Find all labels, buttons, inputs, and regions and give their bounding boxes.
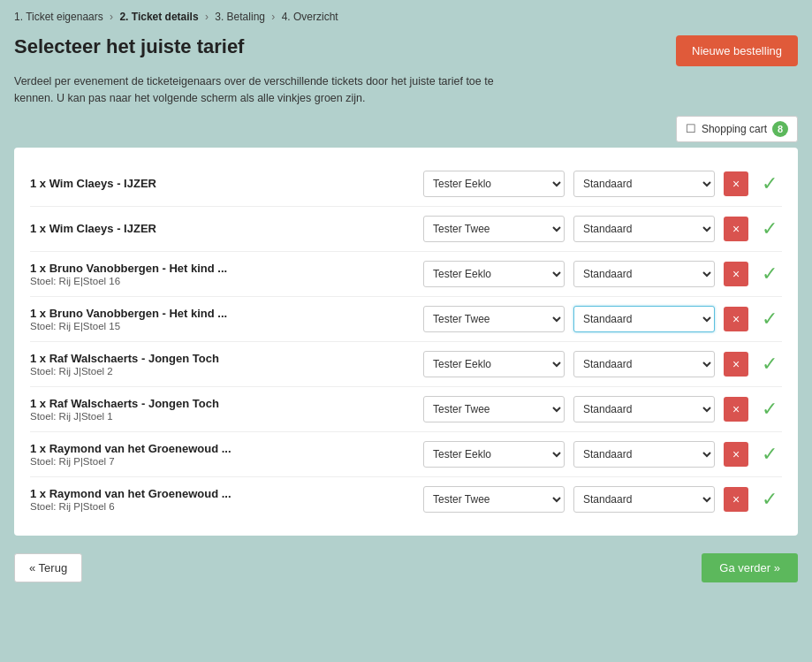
tariff-dropdown[interactable]: Standaard: [573, 396, 715, 422]
remove-ticket-button[interactable]: ×: [724, 262, 748, 286]
breadcrumb-step-2: 2. Ticket details: [119, 11, 198, 23]
ticket-list-panel: 1 x Wim Claeys - IJZERTester EekloTester…: [14, 148, 798, 536]
tariff-dropdown[interactable]: Standaard: [573, 216, 715, 242]
tariff-dropdown[interactable]: Standaard: [573, 306, 715, 332]
ticket-seat: Stoel: Rij E|Stoel 16: [30, 276, 260, 286]
ticket-checkmark: ✓: [757, 488, 782, 511]
page-title: Selecteer het juiste tarief: [14, 35, 244, 58]
ticket-checkmark: ✓: [757, 172, 782, 195]
person-dropdown[interactable]: Tester EekloTester Twee: [423, 441, 565, 468]
ticket-controls: Tester EekloTester TweeStandaard×✓: [270, 486, 782, 513]
ticket-info: 1 x Wim Claeys - IJZER: [30, 222, 260, 235]
ticket-info: 1 x Raymond van het Groenewoud ...Stoel:…: [30, 442, 260, 467]
ticket-row: 1 x Raymond van het Groenewoud ...Stoel:…: [30, 432, 782, 477]
continue-button[interactable]: Ga verder »: [702, 553, 798, 582]
person-dropdown[interactable]: Tester EekloTester Twee: [423, 396, 565, 422]
ticket-row: 1 x Raf Walschaerts - Jongen TochStoel: …: [30, 342, 782, 387]
ticket-controls: Tester EekloTester TweeStandaard×✓: [270, 261, 782, 287]
ticket-name: 1 x Raf Walschaerts - Jongen Toch: [30, 397, 260, 410]
person-dropdown[interactable]: Tester EekloTester Twee: [423, 306, 565, 332]
ticket-info: 1 x Raf Walschaerts - Jongen TochStoel: …: [30, 397, 260, 422]
breadcrumb: 1. Ticket eigenaars › 2. Ticket details …: [14, 11, 798, 23]
shopping-cart-label: Shopping cart: [702, 123, 767, 135]
cart-icon: ☐: [686, 122, 696, 135]
person-dropdown[interactable]: Tester EekloTester Twee: [423, 261, 565, 287]
breadcrumb-step-4: 4. Overzicht: [282, 11, 338, 23]
remove-ticket-button[interactable]: ×: [724, 487, 748, 512]
ticket-controls: Tester EekloTester TweeStandaard×✓: [270, 171, 782, 197]
remove-ticket-button[interactable]: ×: [724, 352, 748, 377]
ticket-checkmark: ✓: [757, 217, 782, 240]
remove-ticket-button[interactable]: ×: [724, 397, 748, 422]
ticket-row: 1 x Wim Claeys - IJZERTester EekloTester…: [30, 162, 782, 207]
ticket-seat: Stoel: Rij J|Stoel 1: [30, 411, 260, 422]
ticket-row: 1 x Raf Walschaerts - Jongen TochStoel: …: [30, 387, 782, 432]
ticket-name: 1 x Wim Claeys - IJZER: [30, 177, 260, 190]
page-description: Verdeel per evenement de ticketeigenaars…: [14, 73, 527, 107]
ticket-info: 1 x Raf Walschaerts - Jongen TochStoel: …: [30, 352, 260, 377]
ticket-name: 1 x Wim Claeys - IJZER: [30, 222, 260, 235]
ticket-row: 1 x Bruno Vanobbergen - Het kind ...Stoe…: [30, 297, 782, 342]
ticket-name: 1 x Bruno Vanobbergen - Het kind ...: [30, 262, 260, 275]
shopping-cart-button[interactable]: ☐ Shopping cart 8: [676, 116, 798, 142]
breadcrumb-step-1: 1. Ticket eigenaars: [14, 11, 103, 23]
ticket-seat: Stoel: Rij J|Stoel 2: [30, 366, 260, 377]
ticket-name: 1 x Bruno Vanobbergen - Het kind ...: [30, 307, 260, 320]
remove-ticket-button[interactable]: ×: [724, 442, 748, 467]
tariff-dropdown[interactable]: Standaard: [573, 261, 715, 287]
ticket-controls: Tester EekloTester TweeStandaard×✓: [270, 396, 782, 422]
ticket-info: 1 x Wim Claeys - IJZER: [30, 177, 260, 190]
ticket-name: 1 x Raymond van het Groenewoud ...: [30, 487, 260, 500]
ticket-seat: Stoel: Rij P|Stoel 6: [30, 501, 260, 512]
ticket-seat: Stoel: Rij E|Stoel 15: [30, 321, 260, 331]
ticket-info: 1 x Raymond van het Groenewoud ...Stoel:…: [30, 487, 260, 512]
ticket-row: 1 x Wim Claeys - IJZERTester EekloTester…: [30, 207, 782, 252]
ticket-checkmark: ✓: [757, 398, 782, 421]
ticket-checkmark: ✓: [757, 263, 782, 285]
new-order-button[interactable]: Nieuwe bestelling: [676, 35, 798, 66]
breadcrumb-step-3: 3. Betaling: [215, 11, 265, 23]
ticket-controls: Tester EekloTester TweeStandaard×✓: [270, 351, 782, 377]
cart-count-badge: 8: [772, 121, 788, 137]
person-dropdown[interactable]: Tester EekloTester Twee: [423, 486, 565, 513]
ticket-controls: Tester EekloTester TweeStandaard×✓: [270, 441, 782, 468]
ticket-info: 1 x Bruno Vanobbergen - Het kind ...Stoe…: [30, 307, 260, 331]
ticket-controls: Tester EekloTester TweeStandaard×✓: [270, 306, 782, 332]
ticket-info: 1 x Bruno Vanobbergen - Het kind ...Stoe…: [30, 262, 260, 286]
ticket-name: 1 x Raf Walschaerts - Jongen Toch: [30, 352, 260, 365]
back-button[interactable]: « Terug: [14, 553, 82, 582]
person-dropdown[interactable]: Tester EekloTester Twee: [423, 171, 565, 197]
remove-ticket-button[interactable]: ×: [724, 171, 748, 196]
tariff-dropdown[interactable]: Standaard: [573, 486, 715, 513]
person-dropdown[interactable]: Tester EekloTester Twee: [423, 216, 565, 242]
ticket-name: 1 x Raymond van het Groenewoud ...: [30, 442, 260, 455]
person-dropdown[interactable]: Tester EekloTester Twee: [423, 351, 565, 377]
tariff-dropdown[interactable]: Standaard: [573, 441, 715, 468]
ticket-checkmark: ✓: [757, 353, 782, 376]
ticket-checkmark: ✓: [757, 308, 782, 331]
remove-ticket-button[interactable]: ×: [724, 307, 748, 331]
ticket-row: 1 x Raymond van het Groenewoud ...Stoel:…: [30, 477, 782, 521]
ticket-controls: Tester EekloTester TweeStandaard×✓: [270, 216, 782, 242]
remove-ticket-button[interactable]: ×: [724, 217, 748, 241]
tariff-dropdown[interactable]: Standaard: [573, 351, 715, 377]
ticket-checkmark: ✓: [757, 443, 782, 466]
ticket-row: 1 x Bruno Vanobbergen - Het kind ...Stoe…: [30, 252, 782, 297]
tariff-dropdown[interactable]: Standaard: [573, 171, 715, 197]
ticket-seat: Stoel: Rij P|Stoel 7: [30, 456, 260, 467]
